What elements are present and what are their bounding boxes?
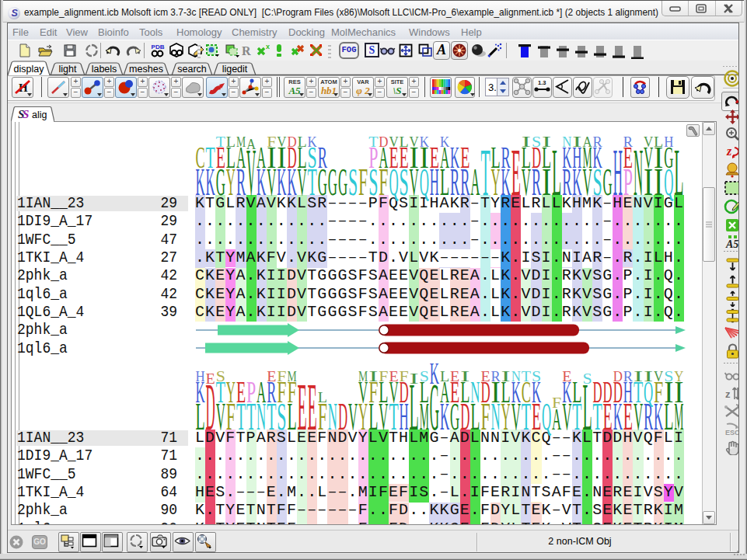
svg-text:G: G <box>338 161 347 203</box>
svg-text:E: E <box>450 368 459 384</box>
svg-text:V: V <box>348 395 358 438</box>
svg-text:C: C <box>196 141 205 175</box>
svg-text:H: H <box>196 368 205 384</box>
svg-text:L: L <box>400 134 409 150</box>
svg-text:D: D <box>603 375 613 409</box>
svg-text:L: L <box>226 134 236 150</box>
svg-text:T: T <box>206 141 215 175</box>
svg-text:Y: Y <box>226 375 236 409</box>
svg-text:Y: Y <box>674 368 683 384</box>
svg-text:D: D <box>379 134 388 150</box>
svg-text:z: z <box>725 388 731 400</box>
svg-text:ESC: ESC <box>725 429 740 437</box>
svg-text:K: K <box>420 134 429 150</box>
svg-text:I: I <box>572 134 581 150</box>
svg-text:L: L <box>654 134 663 150</box>
svg-text:x: x <box>266 43 270 50</box>
svg-text:N: N <box>470 375 480 409</box>
svg-text:F: F <box>267 134 276 150</box>
svg-text:T: T <box>480 135 490 210</box>
svg-text:Q: Q <box>542 395 551 438</box>
svg-text:S: S <box>582 370 592 387</box>
svg-text:R: R <box>501 141 511 175</box>
svg-text:A: A <box>257 141 266 175</box>
svg-text:F: F <box>552 395 561 411</box>
svg-text:R: R <box>318 141 328 175</box>
svg-text:V: V <box>644 134 653 150</box>
svg-text:R: R <box>623 368 634 384</box>
svg-text:E: E <box>206 370 215 387</box>
svg-text:A: A <box>582 134 592 150</box>
svg-text:M: M <box>287 368 296 384</box>
svg-text:N: N <box>328 395 337 438</box>
svg-text:K: K <box>308 134 317 150</box>
svg-text:E: E <box>562 368 571 384</box>
svg-text:I: I <box>522 134 531 150</box>
svg-text:I: I <box>634 368 643 384</box>
svg-text:L: L <box>552 135 561 210</box>
svg-text:A: A <box>470 161 480 203</box>
svg-text:I: I <box>644 368 653 384</box>
svg-text:L: L <box>674 135 683 210</box>
svg-text:F: F <box>277 368 286 384</box>
svg-text:E: E <box>460 141 469 175</box>
svg-text:I: I <box>368 368 378 384</box>
svg-text:A: A <box>257 375 266 409</box>
svg-text:1.3: 1.3 <box>538 79 546 86</box>
svg-text:z: z <box>726 144 732 158</box>
svg-text:P: P <box>246 375 256 409</box>
svg-text:M: M <box>358 368 368 384</box>
svg-text:H: H <box>664 134 673 150</box>
svg-text:E: E <box>308 370 317 444</box>
svg-text:K: K <box>450 141 459 175</box>
svg-text:V: V <box>654 368 663 384</box>
svg-text:S: S <box>532 134 541 150</box>
svg-text:F: F <box>358 161 368 203</box>
svg-text:S: S <box>348 161 358 203</box>
svg-text:L: L <box>491 141 501 175</box>
svg-text:L: L <box>440 368 449 384</box>
svg-text:A: A <box>246 136 256 152</box>
svg-text:V: V <box>389 134 398 150</box>
svg-text:D: D <box>613 368 623 384</box>
svg-text:F: F <box>400 368 409 384</box>
svg-text:E: E <box>298 370 307 444</box>
svg-text:S: S <box>23 108 29 120</box>
svg-text:G: G <box>328 161 337 203</box>
svg-text:V: V <box>277 134 286 150</box>
svg-text:E: E <box>430 141 439 175</box>
svg-text:alig: alig <box>32 110 47 120</box>
svg-text:R: R <box>593 134 603 150</box>
svg-text:D: D <box>338 395 347 438</box>
svg-text:I: I <box>460 368 469 384</box>
svg-text:E: E <box>267 368 276 384</box>
svg-text:I: I <box>542 134 551 150</box>
svg-text:D: D <box>593 375 602 409</box>
svg-text:I: I <box>501 368 511 384</box>
svg-text:R: R <box>623 134 634 150</box>
svg-text:S: S <box>664 368 673 384</box>
svg-text:L: L <box>318 389 327 405</box>
svg-text:I: I <box>410 370 419 387</box>
svg-text:E: E <box>480 368 490 384</box>
svg-text:D: D <box>287 134 296 150</box>
svg-text:E: E <box>511 135 521 210</box>
svg-text:H: H <box>613 135 623 210</box>
svg-text:L: L <box>572 375 581 409</box>
svg-text:G: G <box>603 161 613 203</box>
svg-text:S: S <box>216 368 225 384</box>
svg-text:E: E <box>389 368 398 384</box>
svg-text:T: T <box>522 368 531 384</box>
svg-text:PDB: PDB <box>152 43 165 50</box>
svg-text:S: S <box>532 368 541 384</box>
svg-text:N: N <box>511 368 521 384</box>
svg-text:K: K <box>440 134 449 150</box>
svg-text:F: F <box>379 368 388 384</box>
svg-text:A5: A5 <box>725 238 738 250</box>
svg-text:E: E <box>236 375 246 409</box>
svg-text:N: N <box>562 134 571 150</box>
svg-text:T: T <box>216 134 225 150</box>
svg-text:R: R <box>491 368 501 384</box>
svg-text:K: K <box>430 357 439 391</box>
svg-text:N: N <box>634 135 643 210</box>
